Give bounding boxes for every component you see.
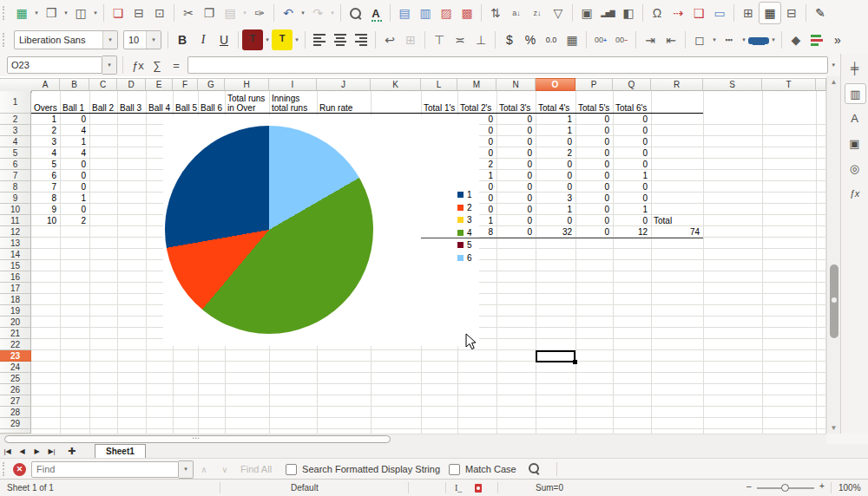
- cell-O1[interactable]: Total 4's: [536, 91, 575, 114]
- align-bottom-button[interactable]: ⊥: [470, 29, 491, 50]
- bold-button[interactable]: B: [172, 29, 193, 50]
- cell-Q10[interactable]: 1: [614, 204, 648, 215]
- insert-hyperlink-button[interactable]: ⇢: [667, 3, 688, 23]
- sort-descending-button[interactable]: z↓: [527, 3, 548, 23]
- close-find-bar-icon[interactable]: ✕: [13, 463, 26, 476]
- autofilter-button[interactable]: ▽: [548, 3, 569, 23]
- cell-N8[interactable]: 0: [497, 181, 532, 193]
- column-header-I[interactable]: I: [269, 78, 317, 91]
- cell-N12[interactable]: 0: [497, 226, 532, 238]
- cell-P9[interactable]: 0: [576, 193, 609, 204]
- row-header-8[interactable]: 8: [0, 181, 31, 193]
- open-file-button[interactable]: ❒: [41, 3, 62, 23]
- pie-chart-object[interactable]: 123456: [163, 115, 479, 346]
- cell-P5[interactable]: 0: [576, 147, 609, 159]
- column-header-S[interactable]: S: [703, 78, 762, 91]
- cell-A4[interactable]: 3: [32, 136, 56, 147]
- row-header-18[interactable]: 18: [0, 294, 31, 305]
- cell-Q5[interactable]: 0: [614, 147, 648, 159]
- font-name-combobox[interactable]: Liberation Sans▾: [14, 30, 118, 49]
- paste-dropdown-icon[interactable]: ▾: [240, 10, 249, 16]
- borders-dropdown-icon[interactable]: ▾: [710, 36, 719, 43]
- sheet-tab-sheet1[interactable]: Sheet1: [95, 444, 146, 458]
- row-header-9[interactable]: 9: [0, 193, 31, 204]
- cell-N9[interactable]: 0: [497, 193, 532, 204]
- column-header-R[interactable]: R: [651, 78, 703, 91]
- zoom-level[interactable]: 100%: [838, 483, 861, 493]
- center-vertically-button[interactable]: ≍: [450, 29, 470, 50]
- new-dropdown-icon[interactable]: ▾: [32, 10, 41, 16]
- row-header-21[interactable]: 21: [0, 328, 31, 339]
- cell-O5[interactable]: 2: [536, 147, 572, 159]
- column-header-O[interactable]: O: [536, 78, 575, 91]
- decrease-indent-button[interactable]: ⇤: [661, 29, 681, 50]
- row-header-6[interactable]: 6: [0, 159, 31, 170]
- cell-B10[interactable]: 0: [61, 204, 86, 215]
- font-color-button[interactable]: T: [242, 29, 263, 50]
- sort-ascending-button[interactable]: a↓: [506, 3, 527, 23]
- insert-text-box-button[interactable]: ▭: [709, 3, 730, 23]
- cell-A7[interactable]: 6: [32, 170, 56, 181]
- open-dropdown-icon[interactable]: ▾: [62, 10, 70, 16]
- find-input[interactable]: [31, 461, 179, 478]
- more-options-button[interactable]: »: [827, 29, 848, 50]
- column-header-P[interactable]: P: [575, 78, 613, 91]
- wrap-text-button[interactable]: ↩: [379, 29, 400, 50]
- vertical-scrollbar[interactable]: ▲ ▼: [826, 76, 840, 434]
- cell-M12[interactable]: 8: [458, 226, 493, 238]
- properties-icon[interactable]: ▥: [845, 83, 866, 104]
- copy-button[interactable]: ❐: [199, 3, 220, 23]
- cell-Q12[interactable]: 12: [614, 226, 648, 238]
- row-header-23[interactable]: 23: [0, 350, 31, 362]
- zoom-slider-knob[interactable]: [781, 484, 789, 492]
- cell-B7[interactable]: 0: [61, 170, 86, 181]
- cell-P12[interactable]: 0: [576, 226, 609, 238]
- row-header-3[interactable]: 3: [0, 125, 31, 136]
- cell-N7[interactable]: 0: [497, 170, 532, 181]
- row-header-10[interactable]: 10: [0, 204, 31, 215]
- cell-O3[interactable]: 1: [536, 125, 572, 136]
- cell-O11[interactable]: 0: [536, 215, 572, 226]
- font-color-dropdown-icon[interactable]: ▾: [263, 36, 272, 43]
- horizontal-scrollbar-thumb[interactable]: ⋯: [4, 435, 391, 443]
- cell-I1[interactable]: Innings total runs: [270, 91, 317, 114]
- delete-rows-button[interactable]: ▨: [436, 3, 457, 23]
- function-wizard-button[interactable]: ƒx: [128, 56, 148, 74]
- show-draw-functions-button[interactable]: ✎: [810, 3, 831, 23]
- cell-A11[interactable]: 10: [32, 215, 56, 226]
- legend-item[interactable]: 5: [457, 240, 472, 250]
- row-header-13[interactable]: 13: [0, 238, 31, 249]
- column-header-partial[interactable]: [816, 78, 826, 91]
- cell-O10[interactable]: 1: [536, 204, 572, 215]
- row-header-12[interactable]: 12: [0, 226, 31, 238]
- cell-B8[interactable]: 0: [61, 181, 86, 193]
- row-header-20[interactable]: 20: [0, 317, 31, 328]
- insert-image-button[interactable]: ▣: [576, 3, 597, 23]
- cell-E1[interactable]: Ball 4: [147, 91, 173, 114]
- underline-button[interactable]: U: [214, 29, 234, 50]
- cell-A9[interactable]: 8: [32, 193, 56, 204]
- delete-decimal-place-button[interactable]: 00−: [611, 29, 632, 50]
- cell-Q4[interactable]: 0: [614, 136, 648, 147]
- insert-columns-button[interactable]: ▥: [415, 3, 436, 23]
- redo-button[interactable]: ↷: [307, 3, 328, 23]
- cell-B9[interactable]: 1: [61, 193, 86, 204]
- row-header-28[interactable]: 28: [0, 407, 31, 418]
- column-header-H[interactable]: H: [225, 78, 269, 91]
- row-header-7[interactable]: 7: [0, 170, 31, 181]
- cell-L1[interactable]: Total 1's: [422, 91, 457, 114]
- column-header-C[interactable]: C: [89, 78, 117, 91]
- cell-B1[interactable]: Ball 1: [61, 91, 89, 114]
- row-header-11[interactable]: 11: [0, 215, 31, 226]
- find-previous-icon[interactable]: ∧: [194, 465, 214, 474]
- cell-Q1[interactable]: Total 6's: [614, 91, 651, 114]
- formula-bar-expand-icon[interactable]: ▾: [832, 62, 835, 69]
- font-size-dropdown-icon[interactable]: ▾: [146, 31, 161, 49]
- horizontal-scrollbar[interactable]: ⋯: [0, 434, 826, 444]
- add-decimal-place-button[interactable]: 00+: [590, 29, 611, 50]
- insert-special-character-button[interactable]: Ω: [647, 3, 667, 23]
- styles-icon[interactable]: A: [845, 108, 865, 127]
- cell-M3[interactable]: 0: [458, 125, 493, 136]
- cell-A3[interactable]: 2: [32, 125, 56, 136]
- cell-P10[interactable]: 0: [576, 204, 609, 215]
